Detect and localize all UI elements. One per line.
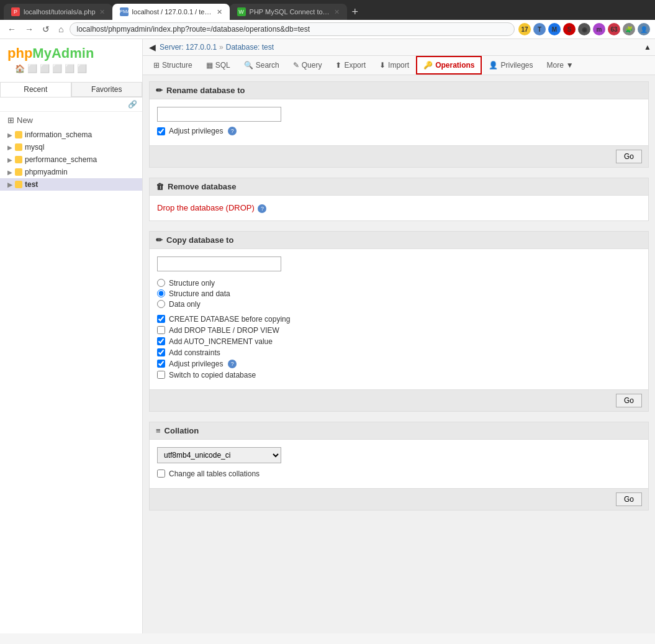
docs-icon[interactable]: ⬜ <box>77 64 87 73</box>
query-tab-label: Query <box>302 61 322 70</box>
collation-go-button[interactable]: Go <box>616 492 642 506</box>
expand-button[interactable]: ▲ <box>644 43 651 52</box>
db-item-information-schema[interactable]: ▶ information_schema <box>0 129 142 141</box>
copy-go-button[interactable]: Go <box>616 394 642 407</box>
ext-icon-8[interactable]: 🧩 <box>623 23 635 35</box>
rename-go-button[interactable]: Go <box>616 150 642 163</box>
drop-label: Drop the database (DROP) <box>157 203 255 212</box>
ext-icon-2[interactable]: T <box>533 23 546 35</box>
db-item-mysql[interactable]: ▶ mysql <box>0 141 142 153</box>
drop-database-link[interactable]: Drop the database (DROP) <box>157 203 256 212</box>
copy-auto-increment-row: Add AUTO_INCREMENT value <box>157 337 641 346</box>
copy-create-db-row: CREATE DATABASE before copying <box>157 315 641 324</box>
privileges-tab-label: Privileges <box>500 61 533 70</box>
collation-title: Collation <box>165 426 199 435</box>
tab-search[interactable]: 🔍 Search <box>237 57 286 74</box>
profile-icon[interactable]: 👤 <box>638 23 650 35</box>
back-button[interactable]: ← <box>5 23 19 35</box>
browser-tab-3[interactable]: W PHP MySQL Connect to database ✕ <box>230 4 347 20</box>
copy-constraints-checkbox[interactable] <box>157 348 165 356</box>
tab-sql[interactable]: ▦ SQL <box>199 57 237 74</box>
rename-database-section: ✏ Rename database to Adjust privileges ?… <box>149 81 649 168</box>
tab-2-close[interactable]: ✕ <box>217 8 222 16</box>
db-folder-icon <box>15 131 22 138</box>
breadcrumb-server[interactable]: Server: 127.0.0.1 <box>160 43 217 52</box>
breadcrumb-database[interactable]: Database: test <box>226 43 274 52</box>
tab-more[interactable]: More ▼ <box>540 57 580 74</box>
collation-section-header: ≡ Collation <box>150 422 648 440</box>
sidebar-tab-recent[interactable]: Recent <box>0 82 71 97</box>
copy-switch-db-checkbox[interactable] <box>157 371 165 379</box>
rename-input[interactable] <box>157 107 281 122</box>
reload-button[interactable]: ↺ <box>40 23 52 35</box>
copy-structure-data-radio[interactable] <box>157 289 165 297</box>
url-input[interactable] <box>70 22 515 36</box>
themes-icon[interactable]: ⬜ <box>65 64 75 73</box>
operations-tab-icon: 🔑 <box>423 61 433 70</box>
import-tab-label: Import <box>388 61 409 70</box>
tab-3-close[interactable]: ✕ <box>334 8 340 16</box>
db-folder-icon-4 <box>15 168 22 176</box>
sql-tab-label: SQL <box>215 61 230 70</box>
tab-import[interactable]: ⬇ Import <box>373 57 416 74</box>
collapse-sidebar-button[interactable]: ◀ <box>147 40 158 55</box>
tab-1-close[interactable]: ✕ <box>99 8 105 16</box>
tab-structure[interactable]: ⊞ Structure <box>147 57 199 74</box>
export-tab-icon: ⬆ <box>335 61 341 70</box>
ext-icon-1[interactable]: 17 <box>518 23 531 35</box>
ext-icon-7[interactable]: 63 <box>608 23 620 35</box>
db-item-test[interactable]: ▶ test <box>0 178 142 191</box>
new-tab-button[interactable]: + <box>347 6 364 19</box>
home-button[interactable]: ⌂ <box>56 23 66 35</box>
copy-adjust-priv-checkbox[interactable] <box>157 360 165 368</box>
db-icon[interactable]: ⬜ <box>40 64 50 73</box>
db-item-phpmyadmin[interactable]: ▶ phpmyadmin <box>0 166 142 178</box>
collation-change-tables-checkbox[interactable] <box>157 469 165 478</box>
drop-help-icon[interactable]: ? <box>258 204 266 213</box>
query-tab-icon: ✎ <box>293 61 299 70</box>
tab-export[interactable]: ⬆ Export <box>328 57 373 74</box>
copy-structure-only-radio[interactable] <box>157 279 165 287</box>
copy-structure-only-row: Structure only <box>157 279 641 288</box>
copy-auto-increment-checkbox[interactable] <box>157 337 165 345</box>
more-tab-label: More <box>547 61 564 70</box>
sidebar-tab-favorites[interactable]: Favorites <box>71 82 143 97</box>
forward-button[interactable]: → <box>22 23 36 35</box>
collation-select[interactable]: utf8mb4_unicode_ci utf8_general_ci latin… <box>157 447 281 463</box>
logo-myadmin: MyAdmin <box>32 45 94 61</box>
settings-icon[interactable]: ⬜ <box>52 64 62 73</box>
remove-database-section: 🗑 Remove database Drop the database (DRO… <box>149 178 649 221</box>
ext-icon-4[interactable]: S <box>563 23 576 35</box>
copy-create-db-checkbox[interactable] <box>157 315 165 323</box>
db-expand-icon-3: ▶ <box>7 156 12 163</box>
rename-help-icon[interactable]: ? <box>228 127 237 135</box>
tab-operations[interactable]: 🔑 Operations <box>416 56 482 75</box>
home-icon[interactable]: 🏠 <box>15 64 25 73</box>
browser-tab-1[interactable]: P localhost/tutorials/a.php ✕ <box>4 4 112 20</box>
tab-privileges[interactable]: 👤 Privileges <box>482 57 540 74</box>
copy-structure-data-row: Structure and data <box>157 289 641 298</box>
ext-icon-3[interactable]: M <box>548 23 561 35</box>
copy-drop-table-checkbox[interactable] <box>157 326 165 334</box>
new-database-button[interactable]: ⊞ New <box>0 112 142 129</box>
copy-data-only-radio[interactable] <box>157 300 165 308</box>
browser-tab-2[interactable]: PMA localhost / 127.0.0.1 / test | phpM…… <box>112 4 230 20</box>
copy-input[interactable] <box>157 256 281 271</box>
structure-tab-icon: ⊞ <box>153 61 160 70</box>
pma-tabs: ⊞ Structure ▦ SQL 🔍 Search ✎ Query ⬆ Exp… <box>143 56 655 75</box>
db-name-test: test <box>25 180 38 189</box>
db-expand-icon-5: ▶ <box>7 181 12 188</box>
tab-3-label: PHP MySQL Connect to database <box>250 8 330 16</box>
main-content-area: ◀ Server: 127.0.0.1 » Database: test ▲ ⊞… <box>143 39 655 633</box>
copy-adjust-priv-help-icon[interactable]: ? <box>228 360 237 368</box>
rename-section-header: ✏ Rename database to <box>150 82 648 99</box>
tab-query[interactable]: ✎ Query <box>286 57 329 74</box>
db-folder-icon-2 <box>15 143 22 151</box>
ext-icon-6[interactable]: m <box>593 23 605 35</box>
copy-data-only-row: Data only <box>157 300 641 309</box>
sql-icon[interactable]: ⬜ <box>27 64 37 73</box>
ext-icon-5[interactable]: ◉ <box>578 23 590 35</box>
rename-adjust-privileges-checkbox[interactable] <box>157 127 165 135</box>
db-expand-icon: ▶ <box>7 132 12 138</box>
db-item-performance-schema[interactable]: ▶ performance_schema <box>0 153 142 166</box>
